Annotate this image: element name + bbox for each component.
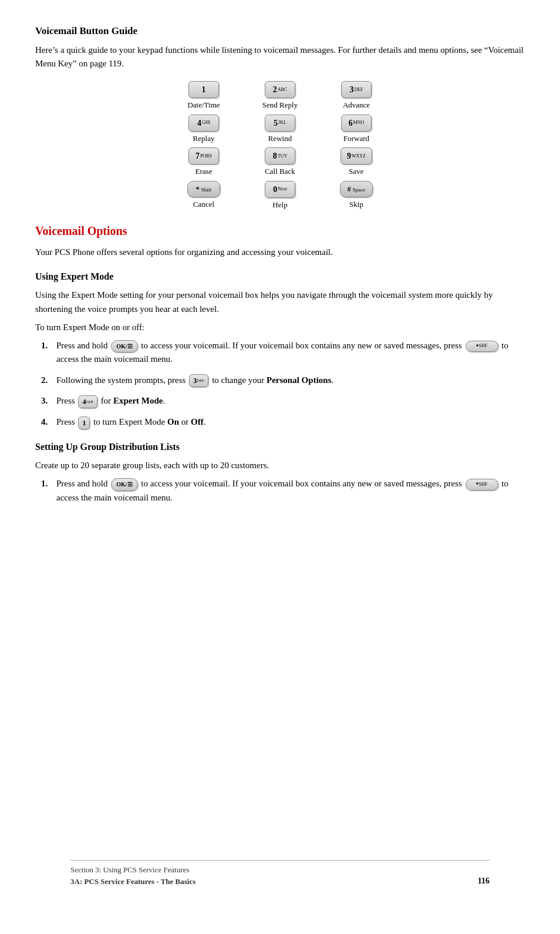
key-cell-0: 0Next Help <box>245 181 315 211</box>
step-3: 3. Press 4GHI for Expert Mode. <box>41 394 525 408</box>
key-2-btn: 2ABC <box>265 81 295 98</box>
key-6-num: 6 <box>349 117 353 129</box>
key-cell-star: * Shift Cancel <box>168 181 239 211</box>
main-content: Voicemail Button Guide Here’s a quick gu… <box>35 23 525 905</box>
key-7-num: 7 <box>195 150 200 162</box>
key-1-btn: 1 <box>188 81 219 98</box>
key-star-label: Cancel <box>193 199 214 210</box>
footer-page-num: 116 <box>478 875 490 887</box>
key-6-label: Forward <box>343 133 369 145</box>
step-1-text: Press and hold OK/☰ to access your voice… <box>56 339 525 367</box>
key-5-num: 5 <box>274 117 278 129</box>
step-2-num: 2. <box>41 374 52 387</box>
key-2-sup: ABC <box>278 86 287 93</box>
key-4-btn: 4GHI <box>188 115 219 132</box>
key-0-label: Help <box>272 199 287 211</box>
footer-section-line2: 3A: PCS Service Features - The Basics <box>70 876 195 888</box>
key-1-num: 1 <box>202 83 206 96</box>
key-9-label: Save <box>349 166 363 177</box>
footer-section-line1: Section 3: Using PCS Service Features <box>70 864 195 876</box>
key-8-label: Call Back <box>265 166 295 177</box>
key-2-label: Send Reply <box>262 99 298 111</box>
key-2-num: 2 <box>273 83 277 96</box>
key-9-sup: WXYZ <box>352 153 366 160</box>
expert-mode-label: Expert Mode <box>113 396 163 405</box>
step-4: 4. Press 1 to turn Expert Mode On or Off… <box>41 415 525 429</box>
key-3-num: 3 <box>349 83 353 96</box>
expert-mode-steps: 1. Press and hold OK/☰ to access your vo… <box>41 339 525 429</box>
to-turn-text: To turn Expert Mode on or off: <box>35 321 525 334</box>
key-cell-7: 7PORS Erase <box>168 147 239 177</box>
key-3-sup: DEF <box>354 86 363 93</box>
step-1-num: 1. <box>41 339 52 352</box>
personal-options-label: Personal Options <box>266 375 331 385</box>
key-cell-6: 6MNO Forward <box>321 115 392 145</box>
voicemail-options-intro: Your PCS Phone offers several options fo… <box>35 246 525 259</box>
key-cell-1: 1 Date/Time <box>168 81 239 111</box>
key-cell-hash: # Space Skip <box>321 181 392 211</box>
group-step-1-text: Press and hold OK/☰ to access your voice… <box>56 477 525 505</box>
key-hash-num: # Space <box>348 184 366 194</box>
key-9-btn: 9WXYZ <box>340 147 372 164</box>
key-1-inline: 1 <box>78 416 90 430</box>
key-3-btn: 3DEF <box>341 81 372 98</box>
key-star-num: * Shift <box>196 184 212 194</box>
key-0-btn: 0Next <box>265 181 295 198</box>
expert-mode-title: Using Expert Mode <box>35 270 525 284</box>
key-cell-5: 5JKL Rewind <box>245 115 315 145</box>
step-1: 1. Press and hold OK/☰ to access your vo… <box>41 339 525 367</box>
star-key-inline-1: * SHF <box>465 341 498 352</box>
step-3-num: 3. <box>41 394 52 408</box>
key-5-label: Rewind <box>268 133 292 145</box>
key-4-num: 4 <box>197 117 201 129</box>
key-cell-9: 9WXYZ Save <box>321 147 392 177</box>
on-label: On <box>167 417 179 426</box>
key-1-label: Date/Time <box>187 99 220 111</box>
group-dist-title: Setting Up Group Distribution Lists <box>35 440 525 454</box>
keypad-grid: 1 Date/Time 2ABC Send Reply 3DEF Advance… <box>168 81 392 210</box>
group-dist-intro: Create up to 20 separate group lists, ea… <box>35 459 525 472</box>
footer: Section 3: Using PCS Service Features 3A… <box>70 860 490 887</box>
key-star-btn: * Shift <box>187 181 220 197</box>
step-3-text: Press 4GHI for Expert Mode. <box>56 394 525 408</box>
key-8-num: 8 <box>273 150 277 162</box>
ok-key-inline-1: OK/☰ <box>111 340 137 353</box>
group-dist-steps: 1. Press and hold OK/☰ to access your vo… <box>41 477 525 505</box>
step-2: 2. Following the system prompts, press 3… <box>41 374 525 388</box>
key-7-sup: PORS <box>200 153 212 160</box>
key-cell-4: 4GHI Replay <box>168 115 239 145</box>
expert-mode-body: Using the Expert Mode setting for your p… <box>35 288 525 316</box>
key-hash-btn: # Space <box>340 181 373 197</box>
key-6-btn: 6MNO <box>341 115 372 132</box>
key-hash-label: Skip <box>349 199 363 210</box>
key-cell-3: 3DEF Advance <box>321 81 392 111</box>
key-cell-8: 8TUV Call Back <box>245 147 315 177</box>
key-7-btn: 7PORS <box>188 147 219 164</box>
key-4-sup: GHI <box>202 119 210 126</box>
key-4-inline: 4GHI <box>78 395 97 409</box>
key-0-num: 0 <box>273 183 277 196</box>
key-5-btn: 5JKL <box>265 115 295 132</box>
key-9-num: 9 <box>347 150 351 162</box>
key-cell-2: 2ABC Send Reply <box>245 81 315 111</box>
key-4-label: Replay <box>193 133 215 145</box>
section-title: Voicemail Button Guide <box>35 23 525 39</box>
key-3-inline: 3DEF <box>189 374 208 388</box>
group-step-1-num: 1. <box>41 477 52 490</box>
star-key-inline-2: * SHF <box>465 479 498 490</box>
step-4-num: 4. <box>41 415 52 429</box>
off-label: Off <box>191 417 204 426</box>
key-6-sup: MNO <box>353 119 365 126</box>
ok-key-inline-2: OK/☰ <box>111 478 137 491</box>
voicemail-options-title: Voicemail Options <box>35 222 525 240</box>
key-8-btn: 8TUV <box>265 147 295 164</box>
key-8-sup: TUV <box>278 153 287 160</box>
step-2-text: Following the system prompts, press 3DEF… <box>56 374 525 388</box>
key-0-sup: Next <box>278 186 287 193</box>
key-3-label: Advance <box>343 99 370 111</box>
group-step-1: 1. Press and hold OK/☰ to access your vo… <box>41 477 525 505</box>
key-5-sup: JKL <box>278 119 286 126</box>
intro-text: Here’s a quick guide to your keypad func… <box>35 43 525 71</box>
step-4-text: Press 1 to turn Expert Mode On or Off. <box>56 415 525 429</box>
key-7-label: Erase <box>195 166 212 177</box>
